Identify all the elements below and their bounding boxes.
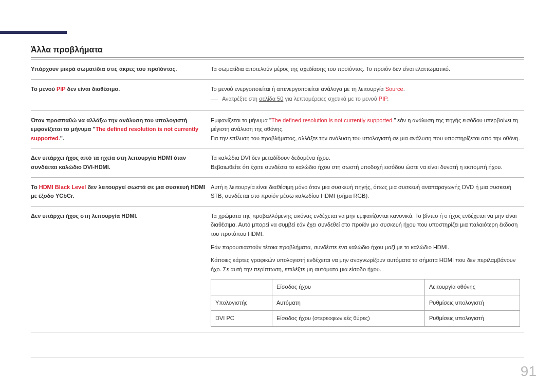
inner-header-cell: Είσοδος ήχου xyxy=(272,279,425,295)
inner-table: Είσοδος ήχουΛειτουργία οθόνηςΥπολογιστής… xyxy=(211,279,520,327)
problem-cell: Δεν υπάρχει ήχος από τα ηχεία στη λειτου… xyxy=(31,148,211,177)
text: Αυτή η λειτουργία είναι διαθέσιμη μόνο ό… xyxy=(211,184,511,199)
text: Τα σωματίδια αποτελούν μέρος της σχεδίασ… xyxy=(211,66,450,72)
solution-cell: Τα χρώματα της προβαλλόμενης εικόνας ενδ… xyxy=(211,206,524,332)
inner-cell: Είσοδος ήχου (στερεοφωνικές θύρες) xyxy=(272,311,425,327)
text: ― xyxy=(211,95,220,103)
troubleshooting-table: Υπάρχουν μικρά σωματίδια στις άκρες του … xyxy=(31,59,524,332)
text: για λεπτομέρειες σχετικά με το μενού xyxy=(283,96,378,102)
text: Κάποιες κάρτες γραφικών υπολογιστή ενδέχ… xyxy=(211,257,515,272)
text: Το xyxy=(31,184,39,190)
text: δεν είναι διαθέσιμο. xyxy=(65,86,120,92)
text: Το μενού xyxy=(31,86,57,92)
problem-cell: Το HDMI Black Level δεν λειτουργεί σωστά… xyxy=(31,177,211,206)
table-row: Το μενού PIP δεν είναι διαθέσιμο.Το μενο… xyxy=(31,79,524,110)
text: Τα καλώδια DVI δεν μεταδίδουν δεδομένα ή… xyxy=(211,155,330,161)
inner-header-cell: Λειτουργία οθόνης xyxy=(425,279,520,295)
problem-cell: Το μενού PIP δεν είναι διαθέσιμο. xyxy=(31,79,211,110)
inner-cell: Υπολογιστής xyxy=(211,295,272,311)
text: Για την επίλυση του προβλήματος, αλλάξτε… xyxy=(211,135,520,141)
footer-rule xyxy=(31,358,524,358)
page-link[interactable]: σελίδα 50 xyxy=(259,96,283,102)
text: Το μενού ενεργοποιείται ή απενεργοποιείτ… xyxy=(211,86,385,92)
table-row: Όταν προσπαθώ να αλλάξω την ανάλυση του … xyxy=(31,110,524,148)
page-title: Άλλα προβλήματα xyxy=(31,45,524,54)
text: Υπάρχουν μικρά σωματίδια στις άκρες του … xyxy=(31,66,177,72)
page-number: 91 xyxy=(521,363,536,380)
solution-cell: Εμφανίζεται το μήνυμα "The defined resol… xyxy=(211,110,524,148)
text: . xyxy=(403,86,405,92)
inner-header-cell xyxy=(211,279,272,295)
inner-cell: DVI PC xyxy=(211,311,272,327)
text: PIP xyxy=(57,86,66,92)
problem-cell: Όταν προσπαθώ να αλλάξω την ανάλυση του … xyxy=(31,110,211,148)
text: Ανατρέξτε στη xyxy=(222,96,259,102)
table-row: Το HDMI Black Level δεν λειτουργεί σωστά… xyxy=(31,177,524,206)
text: Βεβαιωθείτε ότι έχετε συνδέσει το καλώδι… xyxy=(211,164,502,170)
text: The defined resolution is not currently … xyxy=(271,117,394,123)
text: . xyxy=(387,96,388,102)
inner-cell: Αυτόματη xyxy=(272,295,425,311)
solution-cell: Το μενού ενεργοποιείται ή απενεργοποιείτ… xyxy=(211,79,524,110)
text: PIP xyxy=(379,96,387,102)
text: Εάν παρουσιαστούν τέτοια προβλήματα, συν… xyxy=(211,244,449,250)
content-area: Άλλα προβλήματα Υπάρχουν μικρά σωματίδια… xyxy=(31,45,524,332)
text: Τα χρώματα της προβαλλόμενης εικόνας ενδ… xyxy=(211,213,517,237)
title-rule xyxy=(31,58,524,58)
table-row: Δεν υπάρχει ήχος από τα ηχεία στη λειτου… xyxy=(31,148,524,177)
problem-cell: Υπάρχουν μικρά σωματίδια στις άκρες του … xyxy=(31,60,211,80)
text: Source xyxy=(385,86,403,92)
header-accent xyxy=(0,31,67,34)
inner-cell: Ρυθμίσεις υπολογιστή xyxy=(425,311,520,327)
inner-cell: Ρυθμίσεις υπολογιστή xyxy=(425,295,520,311)
text: ". xyxy=(60,135,64,141)
table-row: Δεν υπάρχει ήχος στη λειτουργία HDMI.Τα … xyxy=(31,206,524,332)
text: Δεν υπάρχει ήχος από τα ηχεία στη λειτου… xyxy=(31,155,186,170)
solution-cell: Αυτή η λειτουργία είναι διαθέσιμη μόνο ό… xyxy=(211,177,524,206)
problem-cell: Δεν υπάρχει ήχος στη λειτουργία HDMI. xyxy=(31,206,211,332)
text: HDMI Black Level xyxy=(39,184,86,190)
solution-cell: Τα καλώδια DVI δεν μεταδίδουν δεδομένα ή… xyxy=(211,148,524,177)
solution-cell: Τα σωματίδια αποτελούν μέρος της σχεδίασ… xyxy=(211,60,524,80)
text: Εμφανίζεται το μήνυμα " xyxy=(211,117,271,123)
text: Δεν υπάρχει ήχος στη λειτουργία HDMI. xyxy=(31,213,138,219)
table-row: Υπάρχουν μικρά σωματίδια στις άκρες του … xyxy=(31,60,524,80)
